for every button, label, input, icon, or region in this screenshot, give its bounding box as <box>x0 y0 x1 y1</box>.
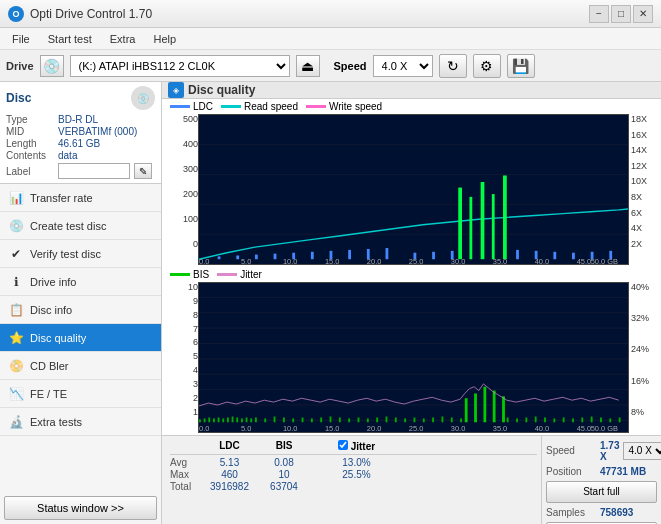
refresh-button[interactable]: ↻ <box>439 54 467 78</box>
svg-rect-13 <box>386 248 389 259</box>
bis-header: BIS <box>259 440 309 452</box>
drive-icon-button[interactable]: 💿 <box>40 55 64 77</box>
disc-type-row: Type BD-R DL <box>6 114 155 125</box>
nav-extra-tests-label: Extra tests <box>30 416 82 428</box>
avg-label: Avg <box>170 457 200 468</box>
app-icon: O <box>8 6 24 22</box>
sidebar: Disc 💿 Type BD-R DL MID VERBATIMf (000) … <box>0 82 162 524</box>
svg-rect-82 <box>460 418 462 422</box>
nav-verify-test-disc-label: Verify test disc <box>30 248 101 260</box>
svg-rect-57 <box>241 418 243 422</box>
settings-button[interactable]: ⚙ <box>473 54 501 78</box>
main-area: Disc 💿 Type BD-R DL MID VERBATIMf (000) … <box>0 82 661 524</box>
svg-text:30.0: 30.0 <box>451 424 466 432</box>
jitter-legend-label: Jitter <box>240 269 262 280</box>
total-label: Total <box>170 481 200 492</box>
nav-drive-info[interactable]: ℹ Drive info <box>0 268 161 296</box>
speed-select[interactable]: 4.0 X <box>373 55 433 77</box>
avg-row: Avg 5.13 0.08 13.0% <box>170 457 537 468</box>
eject-button[interactable]: ⏏ <box>296 55 320 77</box>
nav-transfer-rate[interactable]: 📊 Transfer rate <box>0 184 161 212</box>
start-full-button[interactable]: Start full <box>546 481 657 503</box>
svg-rect-58 <box>246 417 248 422</box>
write-speed-color <box>306 105 326 108</box>
svg-rect-20 <box>432 252 435 259</box>
create-test-disc-icon: 💿 <box>8 218 24 234</box>
menu-help[interactable]: Help <box>145 31 184 47</box>
svg-rect-92 <box>544 417 546 422</box>
max-jitter: 25.5% <box>329 469 384 480</box>
save-button[interactable]: 💾 <box>507 54 535 78</box>
minimize-button[interactable]: − <box>589 5 609 23</box>
svg-rect-18 <box>503 175 507 259</box>
speed-select[interactable]: 4.0 X <box>623 442 661 460</box>
extra-tests-icon: 🔬 <box>8 414 24 430</box>
svg-rect-72 <box>367 418 369 422</box>
bottom-chart-y-axis-left: 10 9 8 7 6 5 4 3 2 1 <box>166 282 198 433</box>
svg-rect-11 <box>348 250 351 259</box>
status-window-button[interactable]: Status window >> <box>4 496 157 520</box>
nav-cd-bler-label: CD Bler <box>30 360 69 372</box>
nav-disc-info[interactable]: 📋 Disc info <box>0 296 161 324</box>
disc-length-row: Length 46.61 GB <box>6 138 155 149</box>
drive-select[interactable]: (K:) ATAPI iHBS112 2 CL0K <box>70 55 290 77</box>
drive-info-icon: ℹ <box>8 274 24 290</box>
disc-label-edit-button[interactable]: ✎ <box>134 163 152 179</box>
write-speed-legend-label: Write speed <box>329 101 382 112</box>
menu-start-test[interactable]: Start test <box>40 31 100 47</box>
svg-rect-62 <box>274 416 276 422</box>
svg-rect-93 <box>553 418 555 422</box>
svg-rect-56 <box>236 417 238 422</box>
nav-verify-test-disc[interactable]: ✔ Verify test disc <box>0 240 161 268</box>
ldc-legend-label: LDC <box>193 101 213 112</box>
maximize-button[interactable]: □ <box>611 5 631 23</box>
menu-file[interactable]: File <box>4 31 38 47</box>
samples-label: Samples <box>546 507 596 518</box>
nav-create-test-disc[interactable]: 💿 Create test disc <box>0 212 161 240</box>
svg-rect-74 <box>386 416 388 422</box>
jitter-checkbox[interactable] <box>338 440 348 450</box>
ldc-header: LDC <box>202 440 257 452</box>
nav-fe-te-label: FE / TE <box>30 388 67 400</box>
disc-type-val: BD-R DL <box>58 114 98 125</box>
top-chart-svg: 0.0 5.0 10.0 15.0 20.0 25.0 30.0 35.0 40… <box>199 115 628 264</box>
disc-type-key: Type <box>6 114 54 125</box>
read-speed-legend: Read speed <box>221 101 298 112</box>
title-bar: O Opti Drive Control 1.70 − □ ✕ <box>0 0 661 28</box>
svg-text:15.0: 15.0 <box>325 424 340 432</box>
close-button[interactable]: ✕ <box>633 5 653 23</box>
disc-mid-key: MID <box>6 126 54 137</box>
samples-row: Samples 758693 <box>546 507 657 518</box>
bis-legend-label: BIS <box>193 269 209 280</box>
nav-drive-info-label: Drive info <box>30 276 76 288</box>
svg-rect-98 <box>600 417 602 422</box>
nav-transfer-rate-label: Transfer rate <box>30 192 93 204</box>
disc-length-key: Length <box>6 138 54 149</box>
svg-rect-75 <box>395 417 397 422</box>
svg-rect-84 <box>474 393 477 422</box>
disc-quality-icon: ⭐ <box>8 330 24 346</box>
nav-fe-te[interactable]: 📉 FE / TE <box>0 380 161 408</box>
nav-disc-quality-label: Disc quality <box>30 332 86 344</box>
jitter-color <box>217 273 237 276</box>
max-ldc: 460 <box>202 469 257 480</box>
position-label: Position <box>546 466 596 477</box>
svg-rect-9 <box>311 252 314 259</box>
menu-extra[interactable]: Extra <box>102 31 144 47</box>
svg-rect-80 <box>441 416 443 422</box>
avg-ldc: 5.13 <box>202 457 257 468</box>
nav-extra-tests[interactable]: 🔬 Extra tests <box>0 408 161 436</box>
svg-rect-68 <box>330 416 332 422</box>
nav-cd-bler[interactable]: 📀 CD Bler <box>0 352 161 380</box>
transfer-rate-icon: 📊 <box>8 190 24 206</box>
samples-value: 758693 <box>600 507 633 518</box>
fe-te-icon: 📉 <box>8 386 24 402</box>
svg-text:45.0: 45.0 <box>577 424 592 432</box>
svg-rect-73 <box>376 417 378 422</box>
disc-label-input[interactable] <box>58 163 130 179</box>
bottom-panel: LDC BIS Jitter Avg 5.13 0.08 13.0% <box>162 435 661 524</box>
svg-rect-54 <box>227 417 229 422</box>
nav-disc-quality[interactable]: ⭐ Disc quality <box>0 324 161 352</box>
content-area: ◈ Disc quality LDC Read speed <box>162 82 661 524</box>
svg-rect-22 <box>516 250 519 259</box>
